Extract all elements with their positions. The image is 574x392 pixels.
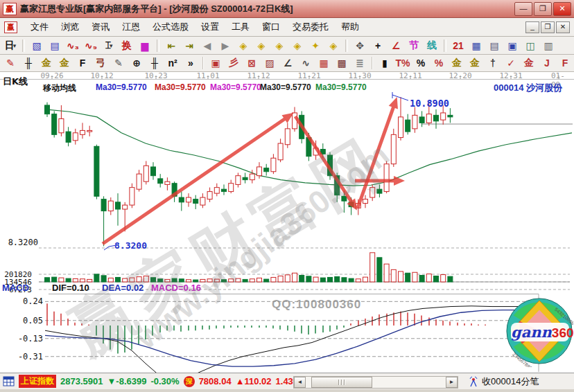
- fan-rays-icon[interactable]: 彡: [225, 55, 243, 71]
- menu-item-browse[interactable]: 浏览: [55, 19, 85, 35]
- menu-item-trade-entrust[interactable]: 交易委托: [286, 19, 335, 35]
- next-bar-icon[interactable]: ▶: [216, 38, 234, 53]
- sz-index-value: 7808.04: [199, 376, 232, 386]
- menu-item-tools[interactable]: 工具: [225, 19, 256, 35]
- gold-band-icon[interactable]: 金: [55, 55, 73, 71]
- percent-icon[interactable]: %: [412, 55, 430, 71]
- gann-grid-icon[interactable]: ◈: [324, 38, 342, 53]
- menu-item-news[interactable]: 资讯: [85, 19, 116, 35]
- gann-compress-icon[interactable]: ◈: [288, 38, 306, 53]
- horizontal-scrollbar[interactable]: ◄ ►: [293, 376, 458, 389]
- t-percent-icon[interactable]: T%: [394, 55, 412, 71]
- high-price-annotation: 10.8900: [410, 98, 449, 109]
- first-screen-icon[interactable]: ⇤: [162, 38, 180, 53]
- sh-index-badge[interactable]: 上证指数: [19, 375, 56, 388]
- wave-9-icon[interactable]: ∿₉: [82, 38, 100, 53]
- gann-star-icon[interactable]: ✦: [306, 38, 324, 53]
- macd-header: MACD DIF=0.10 DEA=0.02 MACD=0.16: [0, 283, 541, 294]
- gold-circle-icon[interactable]: 金: [448, 55, 466, 71]
- measure-brush-icon[interactable]: ✎: [110, 55, 128, 71]
- dea-value-label: DEA=0.02: [102, 283, 144, 293]
- menu-bar: 赢 文件浏览资讯江恩公式选股设置工具窗口交易委托帮助 _❐✕: [0, 18, 574, 37]
- calculator-icon[interactable]: ▦: [467, 38, 485, 53]
- fibo-ruler-icon[interactable]: F: [73, 55, 92, 71]
- box-cross-icon[interactable]: ⊠: [243, 55, 261, 71]
- date-tick-label: 10-12: [90, 71, 113, 80]
- dark-grid-icon[interactable]: ▩: [333, 55, 351, 71]
- snapshot-icon[interactable]: ◫: [521, 38, 539, 53]
- scrollbar-thumb[interactable]: [311, 377, 372, 388]
- menu-item-settings[interactable]: 设置: [195, 19, 225, 35]
- menu-item-file[interactable]: 文件: [24, 19, 55, 35]
- info-panel-icon[interactable]: ▤: [46, 38, 64, 53]
- exchange-stock-icon[interactable]: 换: [118, 38, 136, 53]
- spiral-icon[interactable]: 弓: [92, 55, 110, 71]
- volume-tool-icon[interactable]: ▮: [376, 55, 394, 71]
- wave-3-icon[interactable]: ∿₃: [64, 38, 82, 53]
- menu-item-help[interactable]: 帮助: [335, 19, 365, 35]
- time-ruler-icon[interactable]: ╫: [19, 55, 37, 71]
- more-tools-icon[interactable]: »: [182, 55, 200, 71]
- scroll-left-arrow[interactable]: ◄: [294, 377, 306, 388]
- gann-down-icon[interactable]: ◈: [252, 38, 270, 53]
- mdi-restore-button[interactable]: ❐: [541, 21, 555, 33]
- hand-tool-icon[interactable]: ✥: [351, 38, 369, 53]
- gann-wheel-icon[interactable]: ⊕: [128, 55, 146, 71]
- sz-index-badge[interactable]: 深: [184, 376, 195, 387]
- sh-index-percent: -0.30%: [150, 376, 179, 386]
- last-screen-icon[interactable]: ⇥: [180, 38, 198, 53]
- line-tool-icon[interactable]: 线: [423, 38, 441, 53]
- kline-period-icon[interactable]: 日▾: [1, 38, 19, 53]
- gann360-logo-text: gann360: [511, 323, 569, 341]
- maximize-button[interactable]: ❐: [534, 2, 552, 16]
- calendar-icon[interactable]: 21: [449, 38, 467, 53]
- j-line-icon[interactable]: J: [538, 55, 556, 71]
- remote-data-icon[interactable]: ▥: [539, 38, 557, 53]
- save-icon[interactable]: ▣: [503, 38, 521, 53]
- angle-tool-icon[interactable]: ∠: [387, 38, 405, 53]
- zoom-region-icon[interactable]: ▧: [28, 38, 46, 53]
- market-table-icon[interactable]: [3, 376, 15, 386]
- zigzag-lines-icon[interactable]: ∿: [297, 55, 315, 71]
- paint-brush-icon[interactable]: ✎: [1, 55, 19, 71]
- notepad-icon[interactable]: ▤: [485, 38, 503, 53]
- application-window: 赢 赢家江恩专业版[赢家内部服务平台] - [沙河股份 SZ000014-72日…: [0, 0, 574, 392]
- f-line-icon[interactable]: F: [556, 55, 574, 71]
- dropdown-arrow-icon[interactable]: ▾: [110, 42, 113, 49]
- bar-measure-icon[interactable]: †: [484, 55, 502, 71]
- chart-region[interactable]: 8.3200201820134546672730.240.05-0.13-0.3…: [0, 72, 574, 373]
- colored-kline-icon[interactable]: ▆: [136, 38, 154, 53]
- close-button[interactable]: ✕: [553, 2, 571, 16]
- gold-lines-icon[interactable]: 金: [466, 55, 484, 71]
- gann-expand-icon[interactable]: ◈: [270, 38, 288, 53]
- gold-section-icon[interactable]: 金: [37, 55, 55, 71]
- menu-item-gann[interactable]: 江恩: [116, 19, 146, 35]
- prev-bar-icon[interactable]: ◀: [198, 38, 216, 53]
- festival-icon[interactable]: 节: [405, 38, 423, 53]
- curve-check-icon[interactable]: ✓: [502, 55, 520, 71]
- box-ruler-icon[interactable]: ▣: [207, 55, 225, 71]
- macd-pane-label[interactable]: MACD: [2, 283, 29, 293]
- candle-style-icon[interactable]: ⌶▾: [100, 38, 118, 53]
- box-hatch-icon[interactable]: ▨: [261, 55, 279, 71]
- menu-item-formula-stock-pick[interactable]: 公式选股: [146, 19, 195, 35]
- gold-red-icon[interactable]: 金: [520, 55, 538, 71]
- mdi-minimize-button[interactable]: _: [525, 21, 539, 33]
- red-grid-icon[interactable]: ▦: [315, 55, 333, 71]
- mdi-close-button[interactable]: ✕: [556, 21, 570, 33]
- hatch-lines-icon[interactable]: ≣: [351, 55, 369, 71]
- toolbar-separator: [372, 57, 373, 69]
- dif-value-label: DIF=0.10: [52, 283, 89, 293]
- minimize-button[interactable]: —: [514, 2, 532, 16]
- gann-left-icon[interactable]: ◈: [234, 38, 252, 53]
- n-square-icon[interactable]: n²: [164, 55, 182, 71]
- angle-fan-icon[interactable]: ∠: [279, 55, 297, 71]
- scroll-right-arrow[interactable]: ►: [446, 377, 458, 388]
- dropdown-arrow-icon[interactable]: ▾: [13, 42, 17, 49]
- percent-lines-icon[interactable]: %: [430, 55, 448, 71]
- kline-chart-canvas[interactable]: 8.3200201820134546672730.240.05-0.13-0.3…: [0, 72, 574, 373]
- crosshair-icon[interactable]: +: [369, 38, 387, 53]
- tick-ruler-icon[interactable]: ╫: [146, 55, 164, 71]
- feed-status-label[interactable]: 收000014分笔: [482, 375, 539, 388]
- menu-item-window[interactable]: 窗口: [256, 19, 286, 35]
